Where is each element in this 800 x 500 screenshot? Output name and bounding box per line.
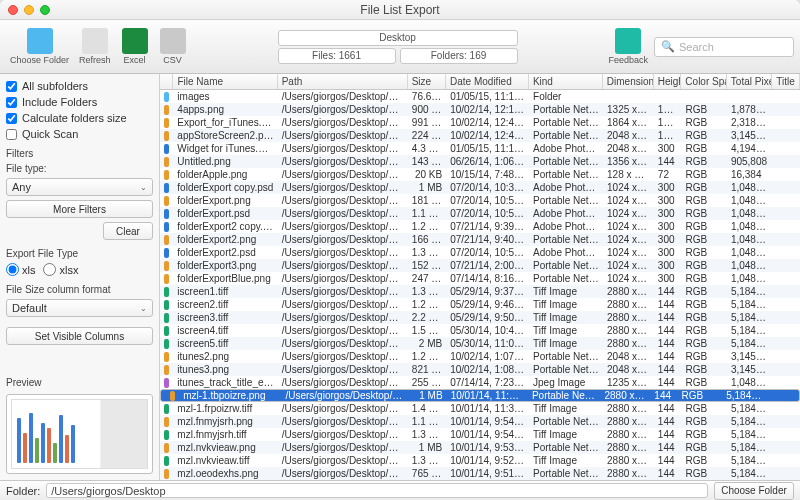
table-cell: RGB (681, 247, 726, 258)
file-type-select[interactable]: Any⌄ (6, 178, 153, 196)
table-cell: 1.2 MB (408, 351, 446, 362)
table-cell: 4.3 MB (408, 143, 446, 154)
table-row[interactable]: iscreen2.tiff/Users/giorgos/Desktop/Demo… (160, 298, 800, 311)
table-row[interactable]: 4apps.png/Users/giorgos/Desktop/DemoFold… (160, 103, 800, 116)
table-cell: 4,194,304 (727, 143, 772, 154)
column-header[interactable]: Path (278, 74, 408, 89)
column-header[interactable]: Total Pixels (727, 74, 772, 89)
quick-scan-checkbox[interactable]: Quick Scan (6, 128, 153, 140)
table-row[interactable]: iscreen3.tiff/Users/giorgos/Desktop/Demo… (160, 311, 800, 324)
table-cell: Portable Network G... (529, 273, 603, 284)
clear-button[interactable]: Clear (103, 222, 153, 240)
feedback-button[interactable]: Feedback (604, 23, 652, 71)
column-header[interactable]: Title (772, 74, 800, 89)
refresh-icon (82, 28, 108, 54)
table-row[interactable]: mzl-1.tbpoizre.png/Users/giorgos/Desktop… (160, 389, 800, 402)
table-row[interactable]: folderExport.png/Users/giorgos/Desktop/D… (160, 194, 800, 207)
table-cell: 5,184,000 (727, 312, 772, 323)
table-row[interactable]: itunes3.png/Users/giorgos/Desktop/DemoFo… (160, 363, 800, 376)
table-row[interactable]: folderExport.psd/Users/giorgos/Desktop/D… (160, 207, 800, 220)
column-header[interactable]: Color Space (681, 74, 726, 89)
table-row[interactable]: itunes2.png/Users/giorgos/Desktop/DemoFo… (160, 350, 800, 363)
table-cell: 300 (654, 195, 682, 206)
table-cell: 1,048,576 (727, 273, 772, 284)
xls-radio[interactable]: xls (6, 263, 35, 276)
choose-folder-button[interactable]: Choose Folder (6, 23, 73, 71)
table-row[interactable]: Untitled.png/Users/giorgos/Desktop/DemoF… (160, 155, 800, 168)
table-cell: 1,048,515 (727, 377, 772, 388)
table-row[interactable]: folderExport2.png/Users/giorgos/Desktop/… (160, 233, 800, 246)
table-row[interactable]: folderExport2.psd/Users/giorgos/Desktop/… (160, 246, 800, 259)
table-cell: RGB (681, 312, 726, 323)
file-type-icon (160, 404, 173, 414)
table-cell: 2048 x 2048 (603, 143, 654, 154)
all-subfolders-checkbox[interactable]: All subfolders (6, 80, 153, 92)
table-row[interactable]: folderExport2 copy.psd/Users/giorgos/Des… (160, 220, 800, 233)
table-cell: RGB (681, 208, 726, 219)
xlsx-radio[interactable]: xlsx (43, 263, 78, 276)
table-cell: folderExport2 copy.psd (173, 221, 277, 232)
file-type-icon (160, 417, 173, 427)
table-row[interactable]: images/Users/giorgos/Desktop/DemoFolder/… (160, 90, 800, 103)
table-cell: 2 MB (408, 338, 446, 349)
table-row[interactable]: iscreen5.tiff/Users/giorgos/Desktop/Demo… (160, 337, 800, 350)
table-row[interactable]: mzl.fnmyjsrh.tiff/Users/giorgos/Desktop/… (160, 428, 800, 441)
file-type-icon (160, 430, 173, 440)
table-row[interactable]: Widget for iTunes.psd/Users/giorgos/Desk… (160, 142, 800, 155)
set-columns-button[interactable]: Set Visible Columns (6, 327, 153, 345)
column-header[interactable]: Height (654, 74, 682, 89)
table-cell: 1 MB (408, 442, 446, 453)
table-row[interactable]: mzl.nvkvieaw.tiff/Users/giorgos/Desktop/… (160, 454, 800, 467)
table-cell: 1.2 MB (408, 299, 446, 310)
excel-button[interactable]: Excel (117, 23, 153, 71)
table-cell: Portable Network G... (529, 416, 603, 427)
more-filters-button[interactable]: More Filters (6, 200, 153, 218)
table-row[interactable]: folderExport copy.psd/Users/giorgos/Desk… (160, 181, 800, 194)
footer-choose-folder-button[interactable]: Choose Folder (714, 482, 794, 500)
table-cell: 900 KB (408, 104, 446, 115)
table-cell: /Users/giorgos/Desktop/DemoFolder/i... (278, 403, 408, 414)
column-header[interactable]: File Name (173, 74, 277, 89)
csv-button[interactable]: CSV (155, 23, 191, 71)
table-row[interactable]: folderExportBlue.png/Users/giorgos/Deskt… (160, 272, 800, 285)
table-row[interactable]: iscreen1.tiff/Users/giorgos/Desktop/Demo… (160, 285, 800, 298)
table-row[interactable]: folderApple.png/Users/giorgos/Desktop/De… (160, 168, 800, 181)
table-cell: 05/29/14, 9:50:30 AM (446, 312, 529, 323)
table-cell: Tiff Image (529, 455, 603, 466)
table-row[interactable]: appStoreScreen2.png/Users/giorgos/Deskto… (160, 129, 800, 142)
table-cell: 20 KB (408, 169, 446, 180)
table-body[interactable]: images/Users/giorgos/Desktop/DemoFolder/… (160, 90, 800, 480)
table-cell: /Users/giorgos/Desktop/DemoFolder/i... (278, 169, 408, 180)
table-row[interactable]: mzl.fnmyjsrh.png/Users/giorgos/Desktop/D… (160, 415, 800, 428)
table-row[interactable]: itunes_track_title_export.jpg/Users/gior… (160, 376, 800, 389)
refresh-button[interactable]: Refresh (75, 23, 115, 71)
table-cell: Untitled.png (173, 156, 277, 167)
table-cell: 1024 x 1024 (603, 273, 654, 284)
table-row[interactable]: iscreen4.tiff/Users/giorgos/Desktop/Demo… (160, 324, 800, 337)
table-row[interactable]: mzl.nvkvieaw.png/Users/giorgos/Desktop/D… (160, 441, 800, 454)
table-row[interactable]: folderExport3.png/Users/giorgos/Desktop/… (160, 259, 800, 272)
table-cell: 1.3 MB (408, 247, 446, 258)
table-cell: Tiff Image (529, 325, 603, 336)
column-header[interactable]: Dimensions (603, 74, 654, 89)
include-folders-checkbox[interactable]: Include Folders (6, 96, 153, 108)
table-cell: Portable Network G... (529, 364, 603, 375)
size-format-select[interactable]: Default⌄ (6, 299, 153, 317)
table-cell: itunes_track_title_export.jpg (173, 377, 277, 388)
table-cell: Portable Network G... (529, 195, 603, 206)
table-row[interactable]: mzl.oeodexhs.png/Users/giorgos/Desktop/D… (160, 467, 800, 480)
search-input[interactable]: 🔍 Search (654, 37, 794, 57)
calculate-sizes-checkbox[interactable]: Calculate folders size (6, 112, 153, 124)
file-type-icon (160, 313, 173, 323)
table-row[interactable]: mzl-1.frpoizrw.tiff/Users/giorgos/Deskto… (160, 402, 800, 415)
table-cell: 10/02/14, 1:08:11 AM (446, 364, 529, 375)
table-cell: 1 MB (409, 390, 447, 401)
table-cell: Portable Network G... (529, 169, 603, 180)
column-header[interactable]: Date Modified (446, 74, 529, 89)
table-cell: RGB (681, 429, 726, 440)
table-cell: 1.2 MB (408, 221, 446, 232)
column-header[interactable] (160, 74, 173, 89)
column-header[interactable]: Kind (529, 74, 603, 89)
table-row[interactable]: Export_for_iTunes.png/Users/giorgos/Desk… (160, 116, 800, 129)
column-header[interactable]: Size (408, 74, 446, 89)
